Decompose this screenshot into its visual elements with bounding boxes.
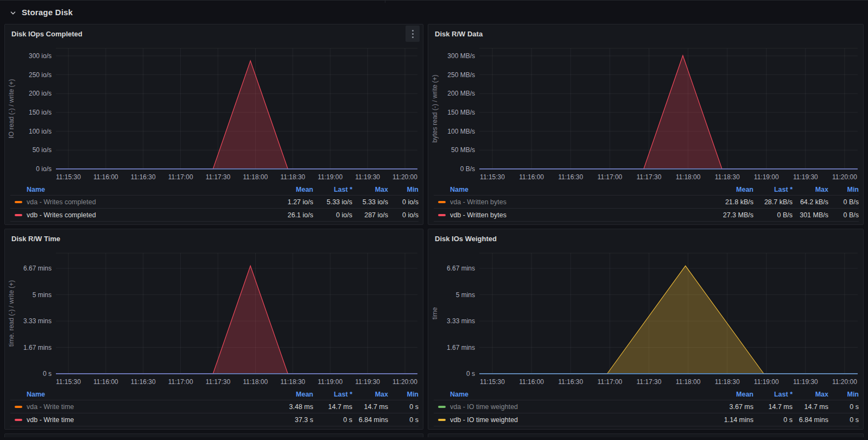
x-tick-label: 11:16:00 xyxy=(519,378,544,386)
legend-stat-max: 6.84 mins xyxy=(793,416,828,424)
legend-swatch-icon[interactable] xyxy=(438,201,446,203)
panel-disk-rw-time: Disk R/W Time 0 s1.67 mins3.33 mins5 min… xyxy=(4,229,423,430)
legend-stat-min: 0 io/s xyxy=(388,211,419,219)
legend-header-max[interactable]: Max xyxy=(793,186,828,193)
legend-series-name[interactable]: vdb - IO time weighted xyxy=(450,416,708,424)
x-tick-label: 11:16:30 xyxy=(131,173,156,181)
chevron-down-icon[interactable] xyxy=(10,9,16,15)
legend-header-last[interactable]: Last * xyxy=(313,186,352,193)
swatch-cell xyxy=(434,419,450,421)
legend-stat-min: 0 B/s xyxy=(828,211,859,219)
legend-swatch-icon[interactable] xyxy=(438,406,446,408)
legend-header-mean[interactable]: Mean xyxy=(268,391,313,398)
panel-title[interactable]: Disk R/W Time xyxy=(11,235,60,243)
legend-series-name[interactable]: vdb - Write time xyxy=(27,416,268,424)
x-tick-label: 11:15:30 xyxy=(480,378,505,386)
legend-row: vda - IO time weighted3.67 ms14.7 ms14.7… xyxy=(434,400,859,413)
legend-stat-mean: 1.27 io/s xyxy=(268,198,313,206)
legend-header-mean[interactable]: Mean xyxy=(268,186,313,193)
time-series-chart[interactable]: 0 s1.67 mins3.33 mins5 mins6.67 mins11:1… xyxy=(5,248,423,389)
legend-series-name[interactable]: vda - Writes completed xyxy=(27,198,268,206)
panel-title[interactable]: Disk R/W Data xyxy=(435,30,483,38)
x-tick-label: 11:18:30 xyxy=(280,378,305,386)
panel-header: Disk IOs Weighted xyxy=(428,229,863,248)
x-tick-label: 11:18:00 xyxy=(676,173,701,181)
legend-series-name[interactable]: vdb - Writes completed xyxy=(27,211,268,219)
x-tick-label: 11:20:00 xyxy=(392,378,417,386)
legend-swatch-icon[interactable] xyxy=(438,419,446,421)
x-tick-label: 11:19:30 xyxy=(793,173,818,181)
y-tick-label: 0 io/s xyxy=(36,165,52,173)
legend-swatch-icon[interactable] xyxy=(15,201,22,203)
y-tick-label: 100 MB/s xyxy=(447,128,475,135)
y-tick-label: 50 io/s xyxy=(33,146,52,154)
legend-swatch-icon[interactable] xyxy=(15,419,22,421)
time-series-chart[interactable]: 0 B/s50 MB/s100 MB/s150 MB/s200 MB/s250 … xyxy=(428,43,863,184)
legend-stat-max: 301 MB/s xyxy=(793,211,828,219)
series-area xyxy=(479,266,858,374)
legend-header-name[interactable]: Name xyxy=(450,186,708,193)
legend-stat-last: 0 s xyxy=(753,416,793,424)
next-row-panel-edge xyxy=(428,433,864,437)
legend-stat-max: 5.33 io/s xyxy=(352,198,388,206)
x-tick-label: 11:19:00 xyxy=(318,173,343,181)
panel-header: Disk R/W Time xyxy=(5,229,423,248)
legend-header-min[interactable]: Min xyxy=(388,391,419,398)
legend-stat-max: 14.7 ms xyxy=(352,403,388,411)
swatch-cell xyxy=(434,406,450,408)
x-tick-label: 11:19:30 xyxy=(355,378,380,386)
legend-series-name[interactable]: vda - Written bytes xyxy=(450,198,708,206)
legend-stat-last: 0 B/s xyxy=(753,211,793,219)
legend-header-name[interactable]: Name xyxy=(27,391,268,398)
legend-header-max[interactable]: Max xyxy=(793,391,828,398)
legend-swatch-icon[interactable] xyxy=(15,214,22,216)
legend-header-name[interactable]: Name xyxy=(450,391,708,398)
legend-header-last[interactable]: Last * xyxy=(313,391,352,398)
y-tick-label: 5 mins xyxy=(33,291,52,299)
legend-header-max[interactable]: Max xyxy=(352,391,388,398)
x-tick-label: 11:19:00 xyxy=(318,378,343,386)
legend-series-name[interactable]: vdb - Written bytes xyxy=(450,211,708,219)
legend-row: vda - Write time3.48 ms14.7 ms14.7 ms0 s xyxy=(10,400,419,413)
legend-header-min[interactable]: Min xyxy=(388,186,419,193)
legend-header-mean[interactable]: Mean xyxy=(708,391,753,398)
y-tick-label: 6.67 mins xyxy=(447,265,475,272)
panel-title[interactable]: Disk IOs Weighted xyxy=(435,235,497,243)
section-header-storage-disk[interactable]: Storage Disk xyxy=(0,0,868,24)
legend-row: vda - Written bytes21.8 kB/s28.7 kB/s64.… xyxy=(434,196,859,209)
x-tick-label: 11:15:30 xyxy=(56,378,81,386)
legend-header-min[interactable]: Min xyxy=(828,186,859,193)
legend-stat-min: 0 io/s xyxy=(388,198,419,206)
x-tick-label: 11:16:00 xyxy=(93,173,118,181)
legend-header-row: NameMeanLast *MaxMin xyxy=(434,389,859,400)
legend-header-name[interactable]: Name xyxy=(27,186,268,193)
legend-stat-last: 14.7 ms xyxy=(313,403,352,411)
legend-swatch-icon[interactable] xyxy=(438,214,446,216)
legend-header-max[interactable]: Max xyxy=(352,186,388,193)
x-tick-label: 11:18:30 xyxy=(715,173,740,181)
legend-header-row: NameMeanLast *MaxMin xyxy=(434,184,859,196)
legend-stat-mean: 21.8 kB/s xyxy=(708,198,753,206)
legend-stat-mean: 27.3 MB/s xyxy=(708,211,753,219)
time-series-chart[interactable]: 0 io/s50 io/s100 io/s150 io/s200 io/s250… xyxy=(5,43,423,184)
legend-stat-last: 14.7 ms xyxy=(753,403,793,411)
legend-header-last[interactable]: Last * xyxy=(753,186,793,193)
legend-series-name[interactable]: vda - Write time xyxy=(27,403,268,411)
legend-swatch-icon[interactable] xyxy=(15,406,22,408)
y-tick-label: 0 s xyxy=(43,370,52,378)
legend-stat-min: 0 s xyxy=(388,416,419,424)
series-area xyxy=(56,61,417,169)
legend-stat-mean: 26.1 io/s xyxy=(268,211,313,219)
legend-header-last[interactable]: Last * xyxy=(753,391,793,398)
legend-header-mean[interactable]: Mean xyxy=(708,186,753,193)
time-series-chart[interactable]: 0 s1.67 mins3.33 mins5 mins6.67 mins11:1… xyxy=(428,248,863,389)
panel-menu-button[interactable] xyxy=(406,26,420,42)
x-tick-label: 11:18:30 xyxy=(280,173,305,181)
panel-disk-rw-data: Disk R/W Data 0 B/s50 MB/s100 MB/s150 MB… xyxy=(428,24,864,225)
legend-series-name[interactable]: vda - IO time weighted xyxy=(450,403,708,411)
legend-row: vdb - Write time37.3 s0 s6.84 mins0 s xyxy=(10,413,419,426)
section-title[interactable]: Storage Disk xyxy=(22,8,73,17)
panel-title[interactable]: Disk IOps Completed xyxy=(11,30,83,38)
legend-header-min[interactable]: Min xyxy=(828,391,859,398)
chart-canvas: 0 io/s50 io/s100 io/s150 io/s200 io/s250… xyxy=(5,43,423,184)
